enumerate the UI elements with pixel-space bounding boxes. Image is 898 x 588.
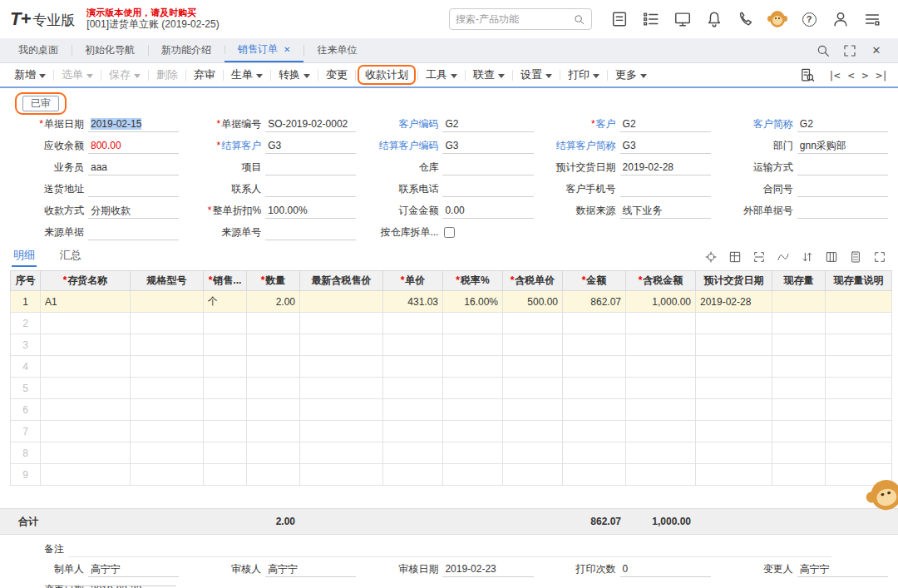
search-icon[interactable] [573,13,585,26]
cell-tax-unit-price[interactable] [503,399,563,421]
customer-field[interactable]: G2 [620,116,711,132]
add-button[interactable]: 新增 [7,66,53,84]
convert-button[interactable]: 转换 [271,66,318,84]
maximize-icon[interactable] [842,43,857,58]
transport-mode-field[interactable] [797,160,888,175]
settle-customer-code-field[interactable]: G3 [442,138,533,154]
cell-item-name[interactable] [41,442,131,464]
cell-tax-amount[interactable] [626,442,696,464]
cell-amount[interactable] [563,313,626,334]
cell-tax-amount[interactable] [626,378,696,399]
column-setting-icon[interactable] [825,250,838,264]
department-field[interactable]: gnn采购部 [797,138,888,154]
first-record-button[interactable]: |< [828,69,840,82]
detail-tab-summary[interactable]: 汇总 [58,245,83,267]
cell-tax-unit-price[interactable] [503,313,563,334]
cell-unit-price[interactable] [383,464,443,486]
cell-tax-rate[interactable] [443,378,503,399]
customer-label[interactable]: *客户 [542,117,620,131]
cell-latest-tax-price[interactable] [300,334,383,356]
scan-icon[interactable] [752,250,766,264]
cell-delivery-date[interactable] [696,421,772,442]
cell-stock-note[interactable] [826,378,892,399]
cell-qty[interactable]: 2.00 [247,291,300,313]
contact-phone-field[interactable] [442,181,533,197]
cell-tax-rate[interactable] [443,334,503,356]
cell-amount[interactable] [563,378,626,399]
cell-tax-rate[interactable] [443,313,503,334]
generate-button[interactable]: 生单 [224,66,270,84]
settle-customer-label[interactable]: *结算客户 [187,139,265,153]
settle-customer-field[interactable]: G3 [265,138,356,154]
cell-item-name[interactable] [41,334,131,356]
cell-tax-amount[interactable] [626,399,696,421]
cell-item-name[interactable] [41,356,131,378]
cell-unit-price[interactable]: 431.03 [383,291,443,313]
save-button[interactable]: 保存 [101,66,148,84]
payment-method-field[interactable]: 分期收款 [88,203,179,219]
cell-sales-unit[interactable] [204,442,247,464]
cell-tax-amount[interactable] [626,356,696,378]
tab-init-nav[interactable]: 初始化导航 [72,38,148,62]
cell-delivery-date[interactable] [696,334,772,356]
cell-spec-model[interactable] [131,291,204,313]
cell-tax-unit-price[interactable] [503,421,563,442]
discount-percent-field[interactable]: 100.00% [265,203,356,219]
cell-stock-qty[interactable] [772,334,826,356]
payment-plan-button[interactable]: 收款计划 [358,65,416,85]
doc-search-icon[interactable] [800,67,816,83]
cell-spec-model[interactable] [131,421,204,442]
bell-icon[interactable] [705,10,723,28]
phone-icon[interactable] [737,10,755,28]
cell-stock-note[interactable] [826,442,892,464]
doc-date-field[interactable]: 2019-02-15 [88,116,179,132]
doc-no-field[interactable]: SO-2019-02-0002 [265,116,356,132]
last-record-button[interactable]: >| [876,69,887,82]
settings-button[interactable]: 设置 [513,66,560,84]
cell-unit-price[interactable] [383,442,443,464]
cell-qty[interactable] [247,356,300,378]
cell-spec-model[interactable] [131,334,204,356]
cell-tax-unit-price[interactable] [503,464,563,486]
cell-spec-model[interactable] [131,399,204,421]
settle-customer-abbr-label[interactable]: 结算客户简称 [542,139,620,153]
cell-qty[interactable] [247,399,300,421]
cell-stock-note[interactable] [826,399,892,421]
customer-abbr-field[interactable]: G2 [797,116,888,132]
cell-delivery-date[interactable] [696,399,772,421]
cell-latest-tax-price[interactable] [300,356,383,378]
cell-tax-amount[interactable] [626,334,696,356]
cell-stock-qty[interactable] [772,378,826,399]
cell-tax-rate[interactable] [443,356,503,378]
batch-fill-icon[interactable] [728,250,742,264]
report-icon[interactable] [610,10,629,28]
print-button[interactable]: 打印 [560,66,607,84]
cell-tax-rate[interactable]: 16.00% [443,291,503,313]
customer-code-label[interactable]: 客户编码 [364,117,442,131]
assistant-monkey-avatar[interactable] [768,10,787,28]
cell-stock-qty[interactable] [772,421,826,442]
cell-tax-amount[interactable] [626,464,696,486]
tab-new-features[interactable]: 新功能介绍 [148,38,224,62]
row-num[interactable]: 6 [11,399,41,421]
source-doc-field[interactable] [88,225,179,240]
cell-qty[interactable] [247,442,300,464]
cell-sales-unit[interactable] [204,378,247,399]
cell-stock-qty[interactable] [772,313,826,334]
prev-record-button[interactable]: < [848,69,854,82]
cell-sales-unit[interactable] [204,313,247,334]
todo-list-icon[interactable] [642,10,660,28]
warehouse-field[interactable] [442,160,533,175]
settle-customer-abbr-field[interactable]: G3 [620,138,711,154]
curve-icon[interactable] [777,250,790,264]
user-icon[interactable] [831,10,850,28]
cell-amount[interactable] [563,399,626,421]
cell-spec-model[interactable] [131,442,204,464]
cell-qty[interactable] [247,421,300,442]
data-source-field[interactable]: 线下业务 [620,203,711,219]
cell-sales-unit[interactable] [204,464,247,486]
cell-latest-tax-price[interactable] [300,378,383,399]
cell-delivery-date[interactable] [696,378,772,399]
cell-tax-amount[interactable]: 1,000.00 [626,291,696,313]
cell-tax-rate[interactable] [443,464,503,486]
